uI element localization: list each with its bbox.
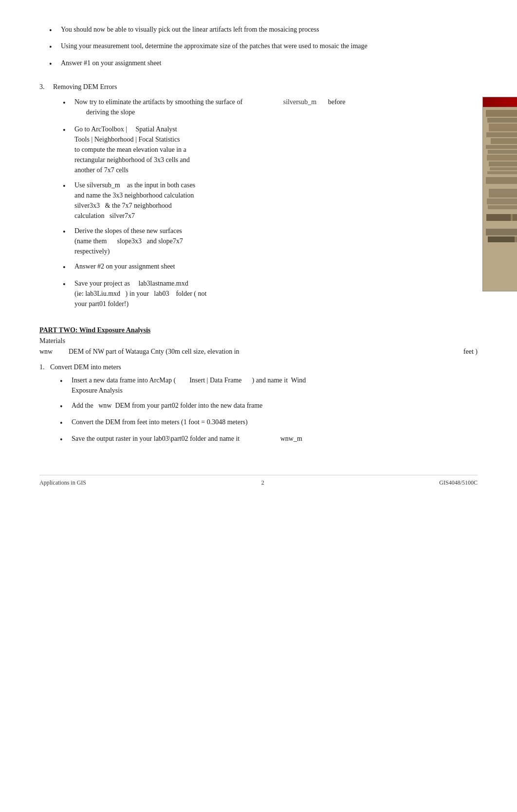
text-span: silver7x7	[110, 212, 135, 219]
text-span: slope3x3	[117, 237, 142, 245]
bullet-dot: •	[63, 279, 71, 290]
text-span: Wind	[291, 377, 306, 384]
bullet-text: Use silversub_m as the input in both cas…	[74, 180, 478, 221]
bullet-dot: •	[60, 376, 68, 387]
wnw-line: wnw DEM of NW part of Watauga Cnty (30m …	[39, 348, 478, 356]
raster-row	[489, 124, 517, 131]
subsection-1: 1. Convert DEM into meters • Insert a ne…	[39, 363, 478, 446]
text-span: another of 7x7 cells	[74, 166, 129, 174]
bullet-dot: •	[63, 181, 71, 192]
bullet-text: Answer #1 on your assignment sheet	[61, 58, 478, 68]
list-item: • Using your measurement tool, determine…	[39, 41, 478, 53]
section-3: 3. Removing DEM Errors • Now try to elim…	[39, 83, 478, 308]
list-item: • Go to ArcToolbox | Spatial Analyst Too…	[53, 124, 478, 175]
page-footer: Applications in GIS 2 GIS4048/5100C	[39, 475, 478, 487]
screenshot-image	[482, 97, 517, 291]
inline-ref-silversub: silversub_m	[283, 98, 316, 106]
text-span: Spatial Analyst	[135, 126, 177, 133]
raster-row	[486, 214, 517, 221]
bullet-text: Convert the DEM from feet into meters (1…	[72, 417, 478, 427]
text-span: (ie: lab3Liu.mxd	[74, 290, 120, 297]
inline-ref-before: before	[328, 98, 346, 106]
bullet-text: Answer #2 on your assignment sheet	[74, 261, 478, 271]
subsection-number: 1.	[39, 363, 50, 371]
bullet-text: Insert a new data frame into ArcMap ( In…	[72, 375, 478, 396]
raster-row	[486, 229, 517, 235]
close-btn	[486, 99, 492, 105]
text-span: ) in your	[126, 290, 149, 297]
wnw-desc: DEM of NW part of Watauga Cnty (30m cell…	[69, 348, 460, 356]
float-text: • Now try to eliminate the artifacts by …	[53, 97, 478, 122]
bullet-dot: •	[49, 25, 57, 36]
text-span: Insert a new data frame into ArcMap (	[72, 377, 176, 384]
text-span: silver3x3	[74, 202, 100, 209]
footer-right: GIS4048/5100C	[439, 479, 478, 487]
subsection-title: Convert DEM into meters	[50, 363, 121, 371]
screenshot-content	[483, 107, 517, 291]
part-two-section: PART TWO: Wind Exposure Analysis Materia…	[39, 326, 478, 446]
materials-label: Materials	[39, 337, 478, 345]
text-span: Exposure Analysis	[72, 387, 123, 394]
text-span: Use silversub_m	[74, 181, 120, 189]
text-span: Save your project as	[74, 280, 130, 287]
bullet-dot: •	[60, 434, 68, 445]
text-span: Insert | Data Frame	[189, 377, 241, 384]
raster-row	[486, 177, 517, 184]
text-span: your part01 folder!)	[74, 300, 129, 307]
raster-row	[487, 155, 517, 161]
bullet-dot: •	[63, 125, 71, 136]
list-item: • Derive the slopes of these new surface…	[53, 226, 478, 256]
cell	[513, 214, 517, 221]
part-two-header: PART TWO: Wind Exposure Analysis	[39, 326, 478, 334]
list-item: • Save your project as lab3lastname.mxd …	[53, 278, 478, 309]
float-container: • Now try to eliminate the artifacts by …	[53, 97, 478, 122]
bullet-dot: •	[60, 401, 68, 412]
top-bullet-list: • You should now be able to visually pic…	[39, 24, 478, 70]
text-span: lab3lastname.mxd	[138, 280, 188, 287]
list-item: • Insert a new data frame into ArcMap ( …	[50, 375, 478, 396]
raster-row	[489, 189, 517, 198]
bullet-dot: •	[49, 59, 57, 70]
raster-row	[486, 110, 517, 117]
bullet-text: Derive the slopes of these new surfaces …	[74, 226, 478, 256]
text-span: folder ( not	[176, 290, 206, 297]
bullet-continuation: deriving the slope	[86, 108, 135, 116]
section-title: Removing DEM Errors	[53, 83, 117, 91]
text-span: to compute the mean elevation value in a	[74, 146, 186, 153]
text-span: Derive the slopes of these new surfaces	[74, 227, 182, 235]
bullet-dot: •	[60, 418, 68, 429]
raster-row	[488, 205, 517, 209]
bullet-text: Save your project as lab3lastname.mxd (i…	[74, 278, 478, 309]
text-span: Save the output raster in your lab03\par…	[72, 435, 240, 442]
list-item: • Save the output raster in your lab03\p…	[50, 433, 478, 445]
text-span: Go to ArcToolbox |	[74, 126, 127, 133]
subsection-header: 1. Convert DEM into meters	[39, 363, 478, 371]
screenshot-placeholder	[482, 97, 517, 291]
raster-display	[483, 107, 517, 245]
text-span: & the 7x7 neighborhood	[105, 202, 172, 209]
section-number: 3.	[39, 83, 53, 91]
bullet-text: Save the output raster in your lab03\par…	[72, 433, 478, 444]
bullet-dot: •	[63, 98, 71, 108]
bullet-text-span: Now try to eliminate the artifacts by sm…	[74, 98, 242, 106]
bullet-text: Using your measurement tool, determine t…	[61, 41, 478, 51]
raster-row	[489, 162, 517, 166]
text-span: lab03	[154, 290, 169, 297]
list-item: • Answer #1 on your assignment sheet	[39, 58, 478, 70]
text-span: rectangular neighborhood of 3x3 cells an…	[74, 156, 190, 163]
cell	[488, 236, 515, 242]
bullet-with-image: • Now try to eliminate the artifacts by …	[53, 97, 478, 308]
raster-row	[487, 171, 517, 174]
list-item: • Now try to eliminate the artifacts by …	[53, 97, 468, 117]
text-span: as the input in both cases	[127, 181, 195, 189]
bullet-text: You should now be able to visually pick …	[61, 24, 478, 35]
raster-row	[487, 198, 517, 204]
wnw-unit: feet )	[463, 348, 478, 356]
bullet-text: Add the wnw DEM from your part02 folder …	[72, 400, 478, 411]
raster-row	[488, 236, 517, 242]
title-text-area	[494, 100, 517, 104]
section-bullets: • Now try to eliminate the artifacts by …	[39, 97, 478, 308]
list-item: • Use silversub_m as the input in both c…	[53, 180, 478, 221]
text-span: respectively)	[74, 248, 110, 255]
raster-row	[491, 138, 517, 144]
